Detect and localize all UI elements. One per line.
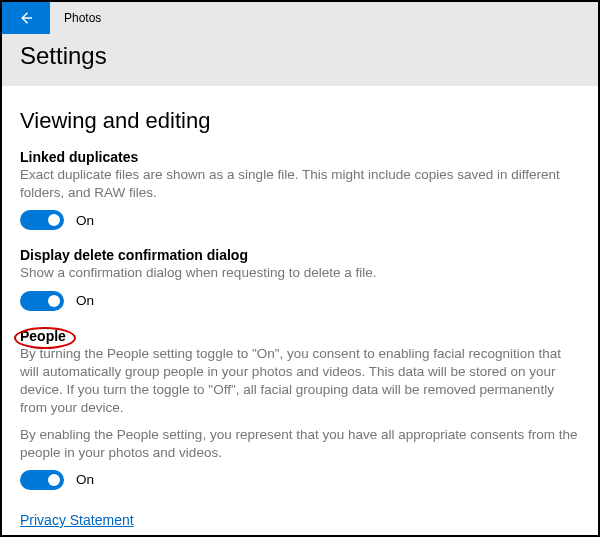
delete-confirmation-toggle[interactable] — [20, 291, 64, 311]
toggle-state: On — [76, 213, 94, 228]
back-button[interactable] — [2, 2, 50, 34]
setting-description: Exact duplicate files are shown as a sin… — [20, 166, 580, 202]
section-title: Viewing and editing — [20, 108, 580, 134]
setting-description-secondary: By enabling the People setting, you repr… — [20, 426, 580, 462]
setting-label: People — [20, 328, 66, 344]
toggle-row: On — [20, 291, 580, 311]
setting-delete-confirmation: Display delete confirmation dialog Show … — [20, 246, 580, 310]
setting-description: By turning the People setting toggle to … — [20, 345, 580, 418]
linked-duplicates-toggle[interactable] — [20, 210, 64, 230]
setting-description: Show a confirmation dialog when requesti… — [20, 264, 580, 282]
setting-label: Linked duplicates — [20, 149, 138, 165]
back-arrow-icon — [17, 9, 35, 27]
toggle-state: On — [76, 293, 94, 308]
privacy-statement-link[interactable]: Privacy Statement — [20, 512, 134, 528]
page-title: Settings — [20, 42, 580, 70]
toggle-state: On — [76, 472, 94, 487]
toggle-row: On — [20, 470, 580, 490]
page-header: Settings — [2, 34, 598, 86]
title-bar: Photos — [2, 2, 598, 34]
toggle-row: On — [20, 210, 580, 230]
setting-linked-duplicates: Linked duplicates Exact duplicate files … — [20, 148, 580, 230]
setting-label: Display delete confirmation dialog — [20, 247, 248, 263]
settings-content: Viewing and editing Linked duplicates Ex… — [2, 86, 598, 529]
people-toggle[interactable] — [20, 470, 64, 490]
app-title: Photos — [64, 11, 101, 25]
setting-people: People By turning the People setting tog… — [20, 327, 580, 490]
